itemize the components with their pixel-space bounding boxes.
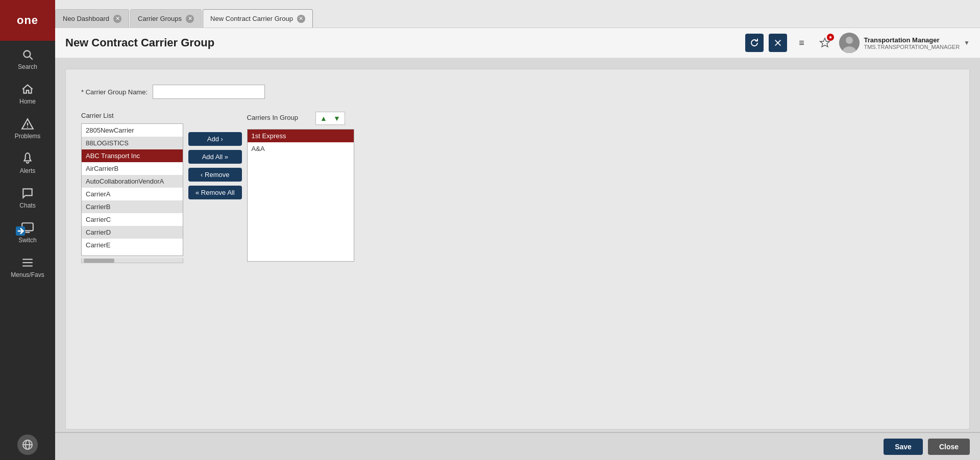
sidebar-item-home[interactable]: Home [0,75,55,110]
header-close-button[interactable] [769,34,787,52]
list-item[interactable]: 1st Express [248,130,354,142]
remove-button[interactable]: ‹ Remove [188,168,242,182]
tab-neo-dashboard[interactable]: Neo Dashboard ✕ [55,9,129,28]
carrier-list-section: Carrier List 2805NewCarrier88LOGISTICSAB… [81,112,183,263]
sidebar-item-chats-label: Chats [19,202,35,209]
svg-point-3 [27,126,28,127]
close-button[interactable]: Close [928,439,970,455]
header-menu-button[interactable]: ≡ [792,34,811,52]
bell-icon [21,152,34,165]
svg-point-0 [23,50,30,57]
chat-icon [21,187,34,200]
sidebar-item-problems-label: Problems [15,133,41,140]
sidebar-bottom [17,435,38,455]
carriers-in-group-label: Carriers In Group [247,114,298,121]
bottom-bar: Save Close [55,432,980,460]
tab-new-contract-carrier-group-close[interactable]: ✕ [297,15,305,23]
carrier-list-box[interactable]: 2805NewCarrier88LOGISTICSABC Transport I… [81,123,183,256]
main-header: New Contract Carrier Group ≡ ★ [55,28,980,59]
list-item[interactable]: AutoCollaborationVendorA [82,175,183,188]
sidebar-item-alerts-label: Alerts [20,167,36,174]
list-item[interactable]: ABC Transport Inc [82,149,183,162]
sidebar-item-search[interactable]: Search [0,41,55,75]
tab-new-contract-carrier-group-label: New Contract Carrier Group [210,15,293,22]
tab-neo-dashboard-close[interactable]: ✕ [113,15,121,23]
list-item[interactable]: A&A [248,142,354,155]
sidebar-item-menus[interactable]: Menus/Favs [0,249,55,284]
list-item[interactable]: 88LOGISTICS [82,137,183,149]
warning-icon [21,117,34,131]
sidebar: one Search Home Problems Alerts [0,0,55,460]
refresh-button[interactable] [745,34,764,52]
add-all-button[interactable]: Add All » [188,150,242,164]
carrier-list-scrollbar [81,258,183,263]
header-actions: ≡ ★ Transportation Manager TMS.TRANSPORT… [745,33,970,53]
sidebar-item-home-label: Home [19,98,36,105]
sidebar-item-menus-label: Menus/Favs [11,271,44,278]
list-item[interactable]: CarrierE [82,239,183,251]
list-item[interactable]: CarrierA [82,188,183,200]
star-button[interactable]: ★ [816,34,834,52]
content-area: * Carrier Group Name: Carrier List 2805N… [55,59,980,460]
switch-badge [16,226,25,236]
menu-icon [21,256,34,269]
list-item[interactable]: 2805NewCarrier [82,124,183,137]
sort-up-button[interactable]: ▲ [318,113,329,123]
page-title: New Contract Carrier Group [65,36,745,49]
carrier-list-label: Carrier List [81,112,183,119]
save-button[interactable]: Save [884,439,923,455]
remove-all-button[interactable]: « Remove All [188,186,242,199]
app-logo[interactable]: one [0,0,55,41]
tabbar: Neo Dashboard ✕ Carrier Groups ✕ New Con… [55,0,980,28]
transfer-container: Carrier List 2805NewCarrier88LOGISTICSAB… [81,112,954,263]
user-name: Transportation Manager [864,36,960,44]
transfer-buttons: Add › Add All » ‹ Remove « Remove All [188,112,242,199]
avatar [839,33,860,53]
search-icon [21,48,34,61]
list-item[interactable]: CarrierD [82,226,183,239]
sidebar-item-search-label: Search [18,63,37,70]
home-icon [21,83,34,96]
sidebar-item-chats[interactable]: Chats [0,180,55,214]
carrier-group-name-row: * Carrier Group Name: [81,85,954,99]
tab-neo-dashboard-label: Neo Dashboard [63,15,109,22]
carriers-in-group-section: Carriers In Group ▲ ▼ 1st ExpressA&A [247,112,354,262]
user-role: TMS.TRANSPORTATION_MANAGER [864,44,960,50]
list-item[interactable]: AirCarrierB [82,162,183,175]
user-chevron-icon: ▼ [964,39,970,46]
add-button[interactable]: Add › [188,132,242,146]
sidebar-item-problems[interactable]: Problems [0,110,55,145]
sidebar-item-alerts[interactable]: Alerts [0,145,55,180]
carriers-in-group-box[interactable]: 1st ExpressA&A [247,129,354,262]
carrier-group-name-input[interactable] [153,85,265,99]
sidebar-item-switch-label: Switch [18,237,36,244]
carrier-group-name-label: * Carrier Group Name: [81,88,148,96]
star-badge: ★ [827,34,834,41]
sidebar-item-switch[interactable]: Switch [0,214,55,249]
tab-carrier-groups[interactable]: Carrier Groups ✕ [130,9,202,28]
tab-new-contract-carrier-group[interactable]: New Contract Carrier Group ✕ [203,9,313,28]
user-info[interactable]: Transportation Manager TMS.TRANSPORTATIO… [839,33,970,53]
list-item[interactable]: CarrierB [82,200,183,213]
svg-line-1 [30,57,32,59]
tab-carrier-groups-label: Carrier Groups [138,15,182,22]
list-item[interactable]: CarrierC [82,213,183,226]
svg-point-15 [846,37,853,44]
globe-button[interactable] [17,435,38,455]
tab-carrier-groups-close[interactable]: ✕ [186,15,194,23]
sort-down-button[interactable]: ▼ [331,113,342,123]
form-panel: * Carrier Group Name: Carrier List 2805N… [65,69,970,429]
